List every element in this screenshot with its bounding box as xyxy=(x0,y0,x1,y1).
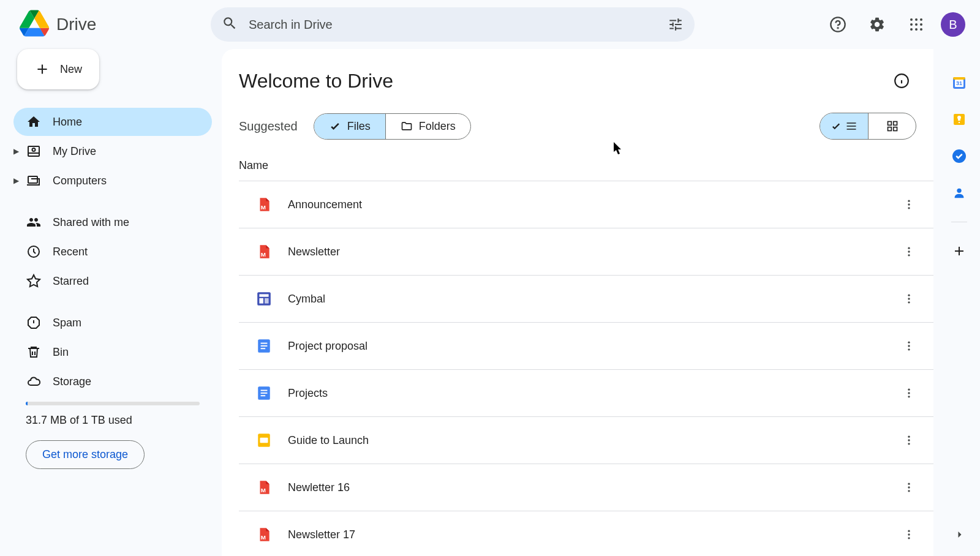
svg-point-56 xyxy=(908,486,910,488)
file-row[interactable]: M Announcement xyxy=(239,181,933,228)
svg-point-6 xyxy=(915,23,918,26)
svg-point-52 xyxy=(908,439,910,441)
svg-rect-44 xyxy=(261,393,268,394)
svg-rect-36 xyxy=(261,343,268,344)
chip-folders[interactable]: Folders xyxy=(385,114,470,139)
file-type-icon xyxy=(256,338,272,354)
svg-text:M: M xyxy=(261,251,266,258)
svg-point-12 xyxy=(32,148,36,151)
more-actions-button[interactable] xyxy=(897,522,921,547)
file-name: Announcement xyxy=(288,198,897,211)
calendar-icon[interactable]: 31 xyxy=(951,75,967,91)
chevron-right-icon[interactable]: ▶ xyxy=(13,176,19,185)
svg-point-33 xyxy=(908,298,910,299)
svg-point-7 xyxy=(920,23,922,26)
file-name: Newsletter xyxy=(288,246,897,258)
svg-rect-50 xyxy=(260,438,268,443)
svg-point-53 xyxy=(908,443,910,445)
file-row[interactable]: Cymbal xyxy=(239,276,933,323)
view-toggle xyxy=(820,113,916,140)
account-avatar[interactable]: B xyxy=(941,12,965,37)
svg-point-40 xyxy=(908,345,910,347)
file-row[interactable]: Projects xyxy=(239,370,933,417)
contacts-icon[interactable] xyxy=(951,185,967,201)
plus-icon xyxy=(34,61,50,77)
folder-icon xyxy=(401,120,413,132)
keep-icon[interactable] xyxy=(951,111,967,127)
file-name: Guide to Launch xyxy=(288,434,897,447)
settings-icon[interactable] xyxy=(862,10,892,39)
file-row[interactable]: M Newsletter 17 xyxy=(239,511,933,556)
svg-rect-43 xyxy=(261,390,268,391)
grid-view-button[interactable] xyxy=(868,113,916,139)
tasks-icon[interactable] xyxy=(951,148,967,164)
file-row[interactable]: Guide to Launch xyxy=(239,417,933,464)
get-storage-button[interactable]: Get more storage xyxy=(26,440,145,469)
file-row[interactable]: M Newletter 16 xyxy=(239,464,933,511)
chip-files[interactable]: Files xyxy=(314,114,385,139)
svg-rect-13 xyxy=(28,176,37,183)
more-actions-button[interactable] xyxy=(897,428,921,453)
sidebar-item-computers[interactable]: ▶ Computers xyxy=(13,167,212,195)
sidebar-item-bin[interactable]: Bin xyxy=(13,338,212,366)
grid-icon xyxy=(886,120,899,132)
add-panel-icon[interactable] xyxy=(951,243,967,259)
chevron-right-icon[interactable]: ▶ xyxy=(13,147,19,156)
svg-text:M: M xyxy=(261,487,266,494)
more-actions-button[interactable] xyxy=(897,287,921,311)
sidebar-item-spam[interactable]: Spam xyxy=(13,309,212,337)
svg-point-34 xyxy=(908,301,910,303)
page-title: Welcome to Drive xyxy=(239,70,393,92)
svg-point-46 xyxy=(908,389,910,391)
sidebar-item-starred[interactable]: Starred xyxy=(13,267,212,295)
svg-rect-45 xyxy=(261,395,266,396)
svg-point-68 xyxy=(957,189,961,193)
sidebar-item-storage[interactable]: Storage xyxy=(13,367,212,396)
storage-used-text: 31.7 MB of 1 TB used xyxy=(13,410,212,430)
file-name: Cymbal xyxy=(288,293,897,306)
more-actions-button[interactable] xyxy=(897,334,921,358)
apps-icon[interactable] xyxy=(902,10,931,39)
svg-point-4 xyxy=(920,18,922,21)
svg-point-41 xyxy=(908,348,910,350)
svg-rect-30 xyxy=(259,298,263,304)
svg-point-61 xyxy=(908,537,910,539)
search-bar[interactable] xyxy=(211,7,695,42)
more-actions-button[interactable] xyxy=(897,475,921,500)
more-actions-button[interactable] xyxy=(897,192,921,217)
storage-progress xyxy=(26,402,200,405)
new-button[interactable]: New xyxy=(17,49,99,89)
file-type-icon: M xyxy=(256,479,272,495)
more-actions-button[interactable] xyxy=(897,239,921,264)
file-row[interactable]: Project proposal xyxy=(239,323,933,370)
svg-point-48 xyxy=(908,396,910,397)
svg-point-1 xyxy=(837,28,838,28)
file-row[interactable]: M Newsletter xyxy=(239,228,933,276)
tune-icon[interactable] xyxy=(668,17,684,32)
column-header-name[interactable]: Name xyxy=(239,154,933,181)
spam-icon xyxy=(26,315,42,331)
help-icon[interactable] xyxy=(823,10,853,39)
svg-point-57 xyxy=(908,490,910,492)
sidebar-item-shared[interactable]: Shared with me xyxy=(13,208,212,236)
sidebar-item-home[interactable]: Home xyxy=(13,108,212,136)
drive-logo-area[interactable]: Drive xyxy=(10,10,206,39)
sidebar-item-my-drive[interactable]: ▶ My Drive xyxy=(13,137,212,165)
suggested-chips: Files Folders xyxy=(314,113,471,140)
info-icon[interactable] xyxy=(887,66,916,96)
star-icon xyxy=(26,273,42,289)
svg-text:M: M xyxy=(261,534,266,541)
more-actions-button[interactable] xyxy=(897,381,921,405)
svg-point-27 xyxy=(908,254,910,256)
file-type-icon xyxy=(256,291,272,307)
search-input[interactable] xyxy=(249,18,657,32)
list-icon xyxy=(845,120,858,132)
svg-text:M: M xyxy=(261,204,266,211)
list-view-button[interactable] xyxy=(820,113,868,139)
expand-panel-icon[interactable] xyxy=(952,527,968,543)
svg-rect-28 xyxy=(257,292,271,306)
file-name: Project proposal xyxy=(288,340,897,353)
svg-point-26 xyxy=(908,250,910,252)
svg-rect-16 xyxy=(888,122,891,126)
sidebar-item-recent[interactable]: Recent xyxy=(13,238,212,266)
